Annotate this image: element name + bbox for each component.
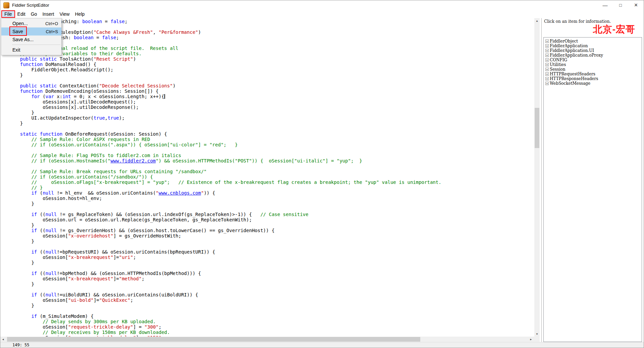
tree-item-label: WebSocketMessage (550, 81, 590, 86)
menu-item-label: Open... (12, 21, 45, 26)
code-line (9, 78, 534, 83)
code-line: public static ToolsAction("Reset Script"… (9, 56, 534, 62)
scroll-up-icon[interactable]: ▲ (534, 18, 540, 23)
horizontal-scroll-thumb[interactable] (7, 337, 420, 342)
info-panel: Click on an item for information. 北京-宏哥 … (541, 18, 643, 343)
code-line: // Sample Rule: Color ASPX requests in R… (9, 137, 534, 142)
script-editor-pane[interactable]: var m_DisableCaching: boolean = false; p… (0, 18, 534, 337)
code-line: } (9, 281, 534, 287)
code-line: oSession.host=hl_env; (9, 196, 534, 201)
code-line (9, 126, 534, 131)
tree-item-utilities[interactable]: +Utilities (545, 62, 642, 67)
tree-item-httprequestheaders[interactable]: +HTTPRequestHeaders (545, 72, 642, 76)
code-line: // oSession.oFlags["x-breakrequest"] = "… (9, 180, 534, 185)
code-line: var m_AlwaysFresh: boolean = false; (9, 35, 534, 40)
code-line (9, 308, 534, 314)
code-line: var m_DisableCaching: boolean = false; (9, 19, 534, 24)
tree-item-fiddlerapplication[interactable]: +FiddlerApplication (545, 44, 642, 48)
tree-item-fiddlerapplication-ui[interactable]: +FiddlerApplication.UI (545, 48, 642, 53)
tree-item-config[interactable]: +CONFIG (545, 58, 642, 62)
tree-item-websocketmessage[interactable]: +WebSocketMessage (545, 81, 642, 86)
code-line: } (9, 238, 534, 244)
close-button[interactable]: × (628, 0, 644, 10)
maximize-button[interactable]: □ (613, 0, 628, 10)
minimize-button[interactable]: — (597, 0, 613, 10)
file-menu-item-open[interactable]: Open...Ctrl+O (1, 19, 61, 27)
tree-item-label: FiddlerObject (550, 39, 578, 44)
tree-item-label: Utilities (550, 62, 566, 67)
expand-icon[interactable]: + (545, 40, 549, 43)
code-line (9, 287, 534, 292)
code-line (9, 206, 534, 212)
scroll-left-icon[interactable]: ◄ (0, 337, 6, 342)
tree-item-label: Session (550, 67, 565, 72)
code-line: oSession["request-trickle-delay"] = "300… (9, 324, 534, 330)
code-line: if ((null!=bpRequestURI) && oSession.uri… (9, 249, 534, 255)
editor-vertical-scrollbar[interactable]: ▲ ▼ (534, 18, 540, 337)
code-line: // Sample Rule: Flag POSTs to fiddler2.c… (9, 153, 534, 158)
minimize-icon: — (603, 2, 608, 8)
expand-icon[interactable]: + (545, 68, 549, 71)
code-line (9, 24, 534, 29)
code-line (9, 163, 534, 169)
code-line: // if (oSession.uriContains(".aspx")) { … (9, 142, 534, 147)
expand-icon[interactable]: + (545, 63, 549, 66)
file-menu-item-exit[interactable]: Exit (1, 46, 61, 54)
file-menu-item-saveas[interactable]: Save As... (1, 36, 61, 44)
menu-item-shortcut: Ctrl+O (45, 21, 58, 26)
maximize-icon: □ (619, 3, 622, 8)
code-line: for (var x:int = 0; x < oSessions.Length… (9, 94, 534, 99)
class-tree: +FiddlerObject+FiddlerApplication+Fiddle… (543, 37, 642, 342)
menu-insert[interactable]: Insert (40, 10, 57, 18)
tree-item-label: FiddlerApplication.UI (550, 48, 594, 53)
tree-item-label: HTTPResponseHeaders (550, 76, 598, 81)
menu-view[interactable]: View (57, 10, 72, 18)
code-line (9, 265, 534, 271)
scroll-down-icon[interactable]: ▼ (534, 331, 540, 337)
code-line: oSessions[x].utilDecodeResponse(); (9, 105, 534, 110)
vertical-scroll-thumb[interactable] (535, 108, 539, 148)
menu-separator (12, 45, 60, 45)
code-line: public static RulesOption("Cache Always … (9, 29, 534, 35)
scroll-right-icon[interactable]: ► (528, 337, 534, 342)
menu-file[interactable]: File (2, 10, 15, 18)
expand-icon[interactable]: + (545, 77, 549, 80)
fiddler-app-icon (3, 2, 9, 8)
menu-help[interactable]: Help (72, 10, 87, 18)
expand-icon[interactable]: + (545, 58, 549, 62)
code-line: static function OnBeforeRequest(oSession… (9, 131, 534, 137)
code-line: if ((null!=bpMethod) && (oSession.HTTPMe… (9, 271, 534, 276)
code-line (9, 40, 534, 46)
expand-icon[interactable]: + (545, 82, 549, 85)
tree-item-session[interactable]: +Session (545, 67, 642, 72)
menu-edit[interactable]: Edit (15, 10, 28, 18)
tree-item-fiddlerobject[interactable]: +FiddlerObject (545, 39, 642, 44)
code-area[interactable]: var m_DisableCaching: boolean = false; p… (0, 18, 534, 337)
editor-horizontal-scrollbar[interactable]: ◄ ► (0, 337, 534, 342)
code-line: // Force a manual reload of the script f… (9, 46, 534, 51)
code-line: if (m_SimulateModem) { (9, 314, 534, 319)
code-line: } (9, 121, 534, 126)
tree-item-httpresponseheaders[interactable]: +HTTPResponseHeaders (545, 76, 642, 81)
expand-icon[interactable]: + (545, 72, 549, 76)
expand-icon[interactable]: + (545, 54, 549, 57)
code-line: // Sample Rule: Break requests for URLs … (9, 169, 534, 174)
code-line: if ((null != gs_OverridenHost) && (oSess… (9, 228, 534, 233)
expand-icon[interactable]: + (545, 44, 549, 48)
title-bar: Fiddler ScriptEditor — □ × (0, 0, 644, 10)
code-line: oSession["x-breakrequest"]="method"; (9, 276, 534, 281)
caption-buttons: — □ × (597, 0, 644, 10)
menu-go[interactable]: Go (28, 10, 40, 18)
code-line: function DoManualReload() { (9, 62, 534, 67)
watermark-text: 北京-宏哥 (593, 23, 635, 36)
tree-item-fiddlerapplication-oproxy[interactable]: +FiddlerApplication.oProxy (545, 53, 642, 58)
tree-item-label: HTTPRequestHeaders (550, 72, 595, 76)
tree-item-label: FiddlerApplication.oProxy (550, 53, 603, 58)
menu-item-shortcut: Ctrl+S (46, 29, 58, 34)
code-line: if ((null!=uiBoldURI) && oSession.uriCon… (9, 292, 534, 297)
file-menu-item-save[interactable]: SaveCtrl+S (1, 27, 61, 36)
code-line: public static ContextAction("Decode Sele… (9, 83, 534, 88)
expand-icon[interactable]: + (545, 49, 549, 52)
code-line: if (null != hl_env && oSession.uriContai… (9, 190, 534, 196)
code-line (9, 244, 534, 249)
